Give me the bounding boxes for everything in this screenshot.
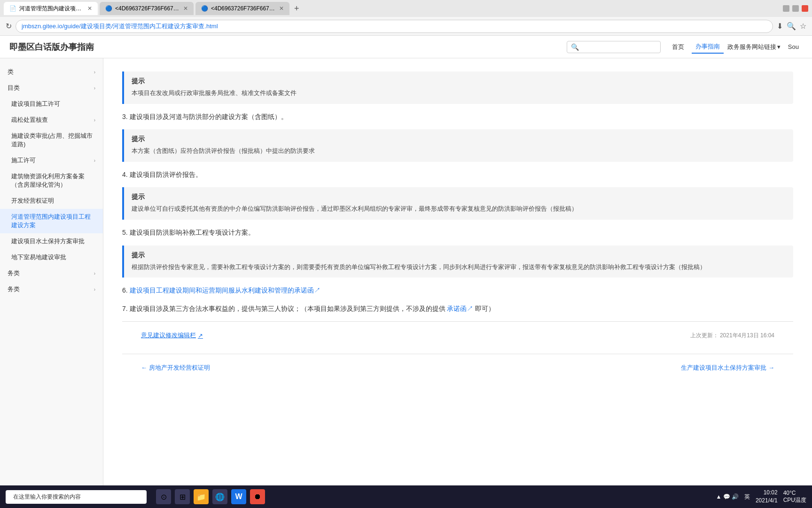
tab-3-close[interactable]: ✕ (279, 5, 284, 12)
taskbar-icon-search[interactable]: ⊙ (156, 489, 171, 504)
sidebar-item-resources[interactable]: 建筑物资源化利用方案备案（含房屋绿化管沟） (0, 168, 103, 193)
section-4-text: 建设项目防洪评价报告。 (130, 171, 202, 178)
section-3-text: 建设项目涉及河道与防洪部分的建设方案（含图纸）。 (130, 113, 288, 120)
sidebar-item-permit2[interactable]: 施工许可 › (0, 152, 103, 168)
chevron-down-icon: ▾ (777, 43, 781, 50)
tab-3-title: <4D6963726F736F6674420576... (211, 5, 276, 12)
sidebar-item-label: 河道管理范围内建设项目工程建设方案 (11, 213, 95, 230)
tab-1-close[interactable]: ✕ (87, 5, 92, 12)
section-7-after: 即可） (475, 305, 495, 312)
taskbar-search[interactable]: 在这里输入你要搜索的内容 (6, 490, 147, 504)
zoom-icon[interactable]: 🔍 (787, 22, 796, 31)
hint-box-5: 提示 根据防洪评价报告专家意见，需要补救工程专项设计方案的，则需要委托有资质的单… (122, 246, 793, 278)
hint-title-0: 提示 (132, 77, 786, 86)
sidebar-item-road[interactable]: 施建设类审批(占用、挖掘城市道路) (0, 128, 103, 152)
edit-external-icon: ↗ (198, 332, 203, 339)
nav-government[interactable]: 政务服务网站链接 ▾ (727, 43, 781, 51)
sidebar-item-river-project[interactable]: 河道管理范围内建设项目工程建设方案 (0, 209, 103, 233)
minimize-button[interactable] (783, 5, 789, 12)
section-6-link[interactable]: 建设项目工程建设期间和运营期间服从水利建设和管理的承诺函↗ (130, 286, 320, 294)
taskbar-record-icon: ⏺ (254, 492, 261, 501)
section-4: 4. 建设项目防洪评价报告。 (122, 169, 793, 180)
sidebar-item-label: 建筑物资源化利用方案备案（含房屋绿化管沟） (11, 172, 95, 189)
section-5-num: 5. (122, 229, 130, 236)
sidebar-item-label: 施工许可 (11, 156, 36, 165)
taskbar-icon-record[interactable]: ⏺ (250, 489, 265, 504)
new-tab-button[interactable]: + (291, 4, 302, 14)
section-7-inline-link[interactable]: 承诺函↗ (447, 305, 473, 312)
taskbar-chrome-icon: 🌐 (215, 492, 225, 501)
section-3: 3. 建设项目涉及河道与防洪部分的建设方案（含图纸）。 (122, 111, 793, 122)
tab-1-title: 河道管理范围内建设项目工程建... (19, 5, 85, 13)
refresh-button[interactable]: ↻ (6, 22, 12, 31)
taskbar-time: 10:02 2021/4/1 (756, 489, 778, 505)
sidebar-item-label: 建设项目水土保持方案审批 (11, 237, 85, 246)
nav-home[interactable]: 首页 (668, 41, 688, 53)
taskbar-icon-folder[interactable]: 📁 (194, 489, 209, 504)
sidebar-item-label: 地下室易地建设审批 (11, 253, 66, 262)
content: 提示 本项目在发改局或行政审批服务局批准、核准文件或备案文件 3. 建设项目涉及… (103, 58, 812, 391)
download-icon[interactable]: ⬇ (777, 22, 783, 31)
sidebar-item-basement[interactable]: 地下室易地建设审批 (0, 249, 103, 265)
taskbar-icon-grid[interactable]: ⊞ (175, 489, 190, 504)
section-5-text: 建设项目防洪影响补救工程专项设计方案。 (130, 229, 255, 236)
language-indicator: 英 (744, 493, 750, 501)
section-5: 5. 建设项目防洪影响补救工程专项设计方案。 (122, 227, 793, 238)
sidebar-item-label: 施建设类审批(占用、挖掘城市道路) (11, 132, 95, 149)
hint-title-5: 提示 (132, 251, 786, 260)
tab-1[interactable]: 📄 河道管理范围内建设项目工程建... ✕ (4, 2, 98, 15)
nav-links: 首页 办事指南 政务服务网站链接 ▾ Sou (668, 40, 803, 54)
main-container: 类 › 目类 › 建设项目施工许可 疏松处置核查 › 施建设类审批(占用、挖掘城… (0, 58, 812, 485)
sidebar-item-label: 目类 (8, 84, 20, 92)
search-input[interactable] (581, 43, 647, 50)
maximize-button[interactable] (792, 5, 799, 12)
section-7: 7. 建设项目涉及第三方合法水事权益的，提供与第三人协议；（本项目如果涉及到第三… (122, 303, 793, 314)
sidebar-item-construction-permit[interactable]: 建设项目施工许可 (0, 96, 103, 112)
section-6: 6. 建设项目工程建设期间和运营期间服从水利建设和管理的承诺函↗ (122, 285, 793, 295)
last-updated-label: 上次更新： (690, 332, 718, 339)
nav-sou[interactable]: Sou (784, 41, 803, 52)
taskbar-search-icon: ⊙ (161, 492, 167, 501)
sidebar-item-soso[interactable]: 疏松处置核查 › (0, 112, 103, 128)
inline-external-link-icon: ↗ (467, 305, 473, 312)
tab-2-icon: 🔵 (105, 5, 112, 12)
address-input[interactable] (16, 20, 773, 33)
sidebar-item-service2[interactable]: 务类 › (0, 281, 103, 297)
chevron-right-icon: › (94, 158, 95, 163)
prev-page-link[interactable]: ← 房地产开发经营权证明 (141, 364, 210, 372)
sidebar-item-category1[interactable]: 类 › (0, 64, 103, 80)
sidebar-item-water-soil[interactable]: 建设项目水土保持方案审批 (0, 233, 103, 249)
sidebar-item-development-rights[interactable]: 开发经营权证明 (0, 193, 103, 209)
taskbar-date: 2021/4/1 (756, 497, 778, 505)
sidebar-item-label: 开发经营权证明 (11, 197, 54, 205)
tab-2-close[interactable]: ✕ (183, 5, 188, 12)
next-page-link[interactable]: 生产建设项目水土保持方案审批 → (681, 364, 774, 372)
section-7-text: 建设项目涉及第三方合法水事权益的，提供与第三人协议；（本项目如果涉及到第三方则提… (130, 305, 445, 312)
nav-guide[interactable]: 办事指南 (692, 40, 724, 54)
hint-content-3: 本方案（含图纸）应符合防洪评价报告（报批稿）中提出的防洪要求 (132, 146, 786, 156)
tab-2[interactable]: 🔵 <4D6963726F736F6674420576... ✕ (100, 2, 194, 15)
browser-chrome: 📄 河道管理范围内建设项目工程建... ✕ 🔵 <4D6963726F736F6… (0, 0, 812, 36)
site-title: 即墨区白话版办事指南 (9, 41, 94, 53)
tab-3[interactable]: 🔵 <4D6963726F736F6674420576... ✕ (195, 2, 289, 15)
taskbar-icon-chrome[interactable]: 🌐 (212, 489, 227, 504)
tab-3-icon: 🔵 (201, 5, 208, 12)
temp-value: 40°C (783, 490, 806, 496)
bookmark-icon[interactable]: ☆ (800, 22, 806, 31)
search-box[interactable]: 🔍 (567, 41, 661, 53)
close-button[interactable] (802, 5, 808, 12)
tab-2-title: <4D6963726F736F6674420576... (115, 5, 180, 12)
sidebar-item-category2[interactable]: 目类 › (0, 80, 103, 96)
section-3-num: 3. (122, 113, 130, 120)
edit-link[interactable]: 意见建议修改编辑栏 ↗ (141, 331, 203, 340)
edit-section: 意见建议修改编辑栏 ↗ 上次更新： 2021年4月13日 16:04 (122, 321, 793, 344)
sidebar-item-service1[interactable]: 务类 › (0, 265, 103, 281)
chevron-right-icon: › (94, 118, 95, 123)
sidebar: 类 › 目类 › 建设项目施工许可 疏松处置核查 › 施建设类审批(占用、挖掘城… (0, 58, 103, 485)
hint-content-0: 本项目在发改局或行政审批服务局批准、核准文件或备案文件 (132, 88, 786, 98)
taskbar-icon-word[interactable]: W (231, 489, 246, 504)
taskbar-clock: 10:02 (756, 489, 778, 497)
taskbar: 在这里输入你要搜索的内容 ⊙ ⊞ 📁 🌐 W ⏺ ▲ 💬 🔊 英 10:02 2… (0, 485, 812, 508)
top-nav: 即墨区白话版办事指南 🔍 首页 办事指南 政务服务网站链接 ▾ Sou (0, 36, 812, 58)
section-4-num: 4. (122, 171, 130, 178)
